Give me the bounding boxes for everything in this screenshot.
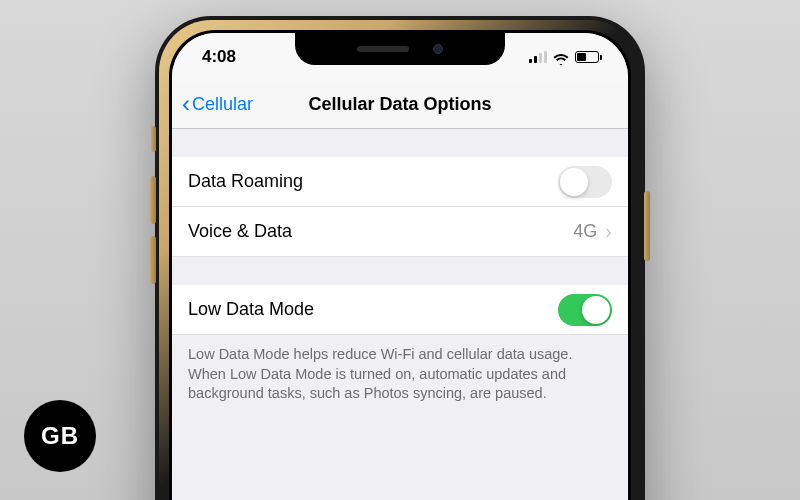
voice-data-row[interactable]: Voice & Data 4G › [172, 207, 628, 257]
back-button[interactable]: ‹ Cellular [182, 94, 253, 116]
data-roaming-label: Data Roaming [188, 171, 303, 192]
nav-bar: ‹ Cellular Cellular Data Options [172, 81, 628, 129]
battery-fill [577, 53, 586, 61]
data-roaming-row[interactable]: Data Roaming [172, 157, 628, 207]
chevron-left-icon: ‹ [182, 92, 190, 116]
low-data-mode-toggle[interactable] [558, 294, 612, 326]
notch [295, 33, 505, 65]
gb-badge-label: GB [41, 422, 79, 450]
volume-down-button [150, 236, 156, 284]
speaker-grille [357, 46, 409, 52]
wifi-icon [553, 51, 569, 63]
voice-data-value: 4G [573, 221, 597, 242]
power-button [644, 191, 650, 261]
front-camera [433, 44, 443, 54]
mute-switch [151, 126, 156, 152]
page-title: Cellular Data Options [308, 94, 491, 115]
voice-data-label: Voice & Data [188, 221, 292, 242]
status-time: 4:08 [194, 47, 236, 67]
gb-badge: GB [24, 400, 96, 472]
chevron-right-icon: › [605, 220, 612, 243]
low-data-mode-description: Low Data Mode helps reduce Wi-Fi and cel… [172, 335, 628, 404]
back-label: Cellular [192, 94, 253, 115]
low-data-mode-row[interactable]: Low Data Mode [172, 285, 628, 335]
data-roaming-toggle[interactable] [558, 166, 612, 198]
low-data-mode-label: Low Data Mode [188, 299, 314, 320]
phone-frame: 4:08 ‹ Cellular [155, 16, 645, 500]
screen: 4:08 ‹ Cellular [172, 33, 628, 500]
settings-content: Data Roaming Voice & Data 4G › Low Data … [172, 129, 628, 404]
battery-icon [575, 51, 602, 63]
signal-icon [529, 51, 547, 63]
volume-up-button [150, 176, 156, 224]
